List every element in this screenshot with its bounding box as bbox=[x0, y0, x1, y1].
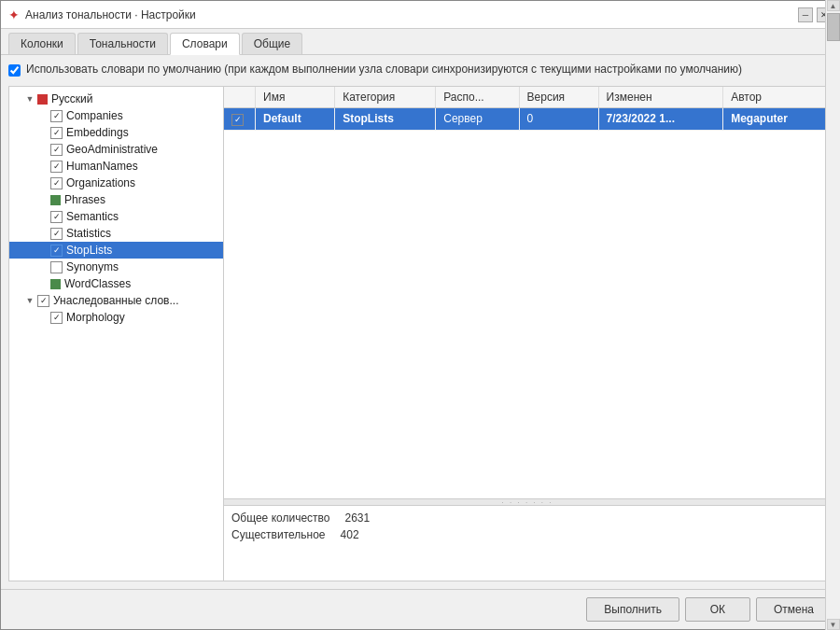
tree-item-humannames[interactable]: HumanNames bbox=[9, 158, 223, 175]
table-area[interactable]: Имя Категория Распо... Версия Изменен Ав… bbox=[224, 87, 831, 498]
tree-group-russian[interactable]: ▼ Русский bbox=[9, 91, 223, 107]
ok-button[interactable]: ОК bbox=[685, 597, 750, 622]
content-area: Использовать словари по умолчанию (при к… bbox=[1, 55, 839, 589]
expand-icon-russian: ▼ bbox=[24, 93, 35, 105]
spacer-morphology bbox=[37, 312, 49, 323]
right-panel: Имя Категория Распо... Версия Изменен Ав… bbox=[224, 87, 831, 581]
spacer-semantics bbox=[37, 211, 49, 222]
title-bar: ✦ Анализ тональности · Настройки ─ ✕ bbox=[1, 1, 839, 29]
cb-companies bbox=[50, 110, 63, 122]
row-check-cell: ✓ bbox=[224, 108, 256, 131]
use-default-checkbox[interactable] bbox=[8, 64, 21, 77]
tab-columns[interactable]: Колонки bbox=[8, 33, 76, 54]
stats-noun-label: Существительное bbox=[231, 528, 326, 541]
spacer-organizations bbox=[37, 177, 49, 189]
cb-humannames bbox=[50, 161, 63, 173]
tree-item-synonyms[interactable]: Synonyms bbox=[9, 259, 223, 275]
col-header-location[interactable]: Распо... bbox=[436, 87, 519, 108]
tab-tones[interactable]: Тональности bbox=[77, 33, 168, 54]
tree-label-geoadmin: GeoAdministrative bbox=[66, 143, 158, 156]
tree-item-organizations[interactable]: Organizations bbox=[9, 175, 223, 191]
row-modified: 7/23/2022 1... bbox=[598, 108, 723, 131]
minimize-button[interactable]: ─ bbox=[798, 7, 813, 22]
col-header-check bbox=[224, 87, 256, 108]
tree-item-statistics[interactable]: Statistics bbox=[9, 225, 223, 242]
tree-label-stoplists: StopLists bbox=[66, 244, 112, 257]
row-author: Megaputer bbox=[723, 108, 831, 131]
table-row[interactable]: ✓ Default StopLists Сервер 0 7/23/2022 1… bbox=[224, 108, 831, 131]
stats-panel: Общее количество 2631 Существительное 40… bbox=[224, 506, 831, 581]
stats-total-value: 2631 bbox=[344, 511, 370, 525]
square-icon-wordclasses bbox=[50, 279, 61, 289]
stats-total-label: Общее количество bbox=[231, 511, 329, 525]
dictionary-table: Имя Категория Распо... Версия Изменен Ав… bbox=[224, 87, 831, 131]
row-version: 0 bbox=[519, 108, 598, 131]
tree-label-embeddings: Embeddings bbox=[66, 126, 129, 139]
main-window: ✦ Анализ тональности · Настройки ─ ✕ Кол… bbox=[0, 0, 840, 630]
use-default-label: Использовать словари по умолчанию (при к… bbox=[26, 63, 742, 76]
col-header-category[interactable]: Категория bbox=[335, 87, 436, 108]
cb-morphology bbox=[50, 312, 63, 324]
tree-label-morphology: Morphology bbox=[66, 311, 125, 324]
main-panel: ▼ Русский Companies Embeddings bbox=[8, 86, 832, 581]
cancel-button[interactable]: Отмена bbox=[756, 597, 832, 622]
window-title: Анализ тональности · Настройки bbox=[25, 8, 196, 21]
tree-item-wordclasses[interactable]: WordClasses bbox=[9, 275, 223, 292]
run-button[interactable]: Выполнить bbox=[586, 597, 679, 622]
col-header-version[interactable]: Версия bbox=[519, 87, 598, 108]
col-header-modified[interactable]: Изменен bbox=[598, 87, 723, 108]
cb-organizations bbox=[50, 177, 63, 189]
tree-group-inherited-label: Унаследованные слов... bbox=[53, 294, 178, 307]
expand-icon-inherited: ▼ bbox=[24, 295, 35, 306]
tree-label-wordclasses: WordClasses bbox=[64, 277, 131, 290]
tree-group-inherited[interactable]: ▼ Унаследованные слов... bbox=[9, 292, 223, 309]
cb-synonyms bbox=[50, 261, 63, 273]
tree-item-companies[interactable]: Companies bbox=[9, 107, 223, 124]
title-bar-left: ✦ Анализ тональности · Настройки bbox=[8, 7, 196, 22]
tree-label-phrases: Phrases bbox=[64, 193, 105, 206]
cb-stoplists bbox=[50, 245, 63, 257]
tree-item-embeddings[interactable]: Embeddings bbox=[9, 124, 223, 141]
divider-handle[interactable]: · · · · · · · bbox=[224, 498, 831, 506]
tree-item-semantics[interactable]: Semantics bbox=[9, 208, 223, 225]
tab-dicts[interactable]: Словари bbox=[170, 33, 240, 55]
tree-item-geoadmin[interactable]: GeoAdministrative bbox=[9, 141, 223, 158]
square-icon-phrases bbox=[50, 195, 61, 205]
tree-panel: ▼ Русский Companies Embeddings bbox=[9, 87, 224, 581]
app-icon: ✦ bbox=[8, 7, 20, 22]
row-check-icon: ✓ bbox=[231, 114, 244, 126]
tree-label-companies: Companies bbox=[66, 109, 123, 122]
tree-item-phrases[interactable]: Phrases bbox=[9, 191, 223, 208]
cb-inherited bbox=[37, 295, 49, 307]
spacer-wordclasses bbox=[37, 278, 49, 289]
use-default-row: Использовать словари по умолчанию (при к… bbox=[8, 63, 832, 77]
tabs-bar: Колонки Тональности Словари Общие bbox=[1, 29, 839, 55]
spacer-stoplists bbox=[37, 245, 49, 256]
tree-label-statistics: Statistics bbox=[66, 227, 111, 240]
tree-label-synonyms: Synonyms bbox=[66, 260, 119, 273]
cb-semantics bbox=[50, 211, 63, 223]
tree-label-organizations: Organizations bbox=[66, 176, 135, 189]
col-header-author[interactable]: Автор bbox=[723, 87, 831, 108]
bottom-buttons: Выполнить ОК Отмена bbox=[1, 589, 839, 629]
spacer-geoadmin bbox=[37, 144, 49, 155]
spacer-synonyms bbox=[37, 261, 49, 273]
folder-icon-russian bbox=[37, 94, 48, 105]
tab-general[interactable]: Общие bbox=[242, 33, 302, 54]
cb-embeddings bbox=[50, 127, 63, 139]
col-header-name[interactable]: Имя bbox=[256, 87, 335, 108]
cb-geoadmin bbox=[50, 144, 63, 156]
tree-label-humannames: HumanNames bbox=[66, 160, 138, 173]
spacer-phrases bbox=[37, 194, 49, 205]
row-name: Default bbox=[256, 108, 335, 131]
spacer-statistics bbox=[37, 228, 49, 239]
tree-item-stoplists[interactable]: StopLists bbox=[9, 242, 223, 259]
tree-item-morphology[interactable]: Morphology bbox=[9, 309, 223, 326]
row-category: StopLists bbox=[335, 108, 436, 131]
row-location: Сервер bbox=[436, 108, 519, 131]
spacer-humannames bbox=[37, 161, 49, 172]
spacer-companies bbox=[37, 110, 49, 121]
stats-total-row: Общее количество 2631 bbox=[231, 510, 823, 526]
scrollbar[interactable]: ▲ ▼ bbox=[825, 87, 831, 581]
stats-noun-row: Существительное 402 bbox=[231, 526, 823, 543]
